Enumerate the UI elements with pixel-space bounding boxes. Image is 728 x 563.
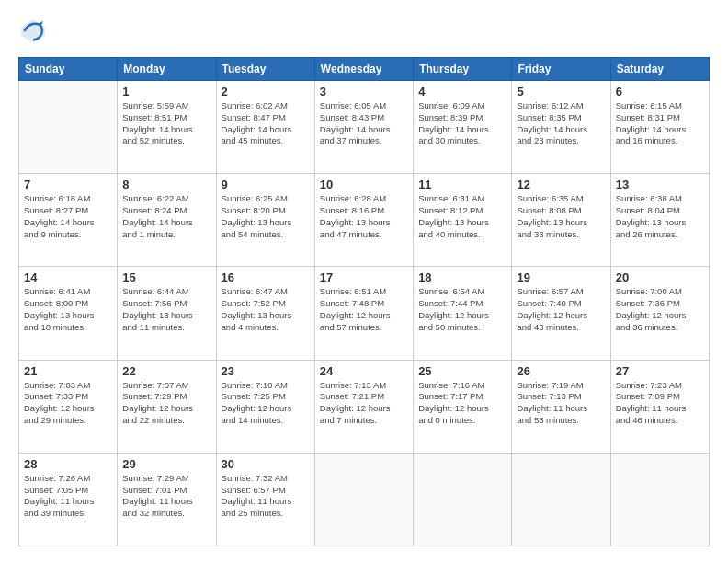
- page: SundayMondayTuesdayWednesdayThursdayFrid…: [0, 0, 728, 563]
- day-info: Sunrise: 6:12 AM Sunset: 8:35 PM Dayligh…: [517, 100, 605, 147]
- weekday-header-monday: Monday: [118, 58, 216, 81]
- week-row-4: 21Sunrise: 7:03 AM Sunset: 7:33 PM Dayli…: [19, 360, 710, 453]
- day-number: 25: [418, 364, 506, 378]
- weekday-header-sunday: Sunday: [19, 58, 118, 81]
- day-number: 23: [222, 364, 310, 378]
- calendar-cell: 22Sunrise: 7:07 AM Sunset: 7:29 PM Dayli…: [118, 360, 216, 453]
- day-info: Sunrise: 6:41 AM Sunset: 8:00 PM Dayligh…: [24, 286, 112, 333]
- calendar-table: SundayMondayTuesdayWednesdayThursdayFrid…: [18, 57, 710, 546]
- day-info: Sunrise: 7:19 AM Sunset: 7:13 PM Dayligh…: [517, 380, 605, 427]
- week-row-2: 7Sunrise: 6:18 AM Sunset: 8:27 PM Daylig…: [19, 174, 710, 267]
- weekday-header-wednesday: Wednesday: [314, 58, 413, 81]
- calendar-cell: 19Sunrise: 6:57 AM Sunset: 7:40 PM Dayli…: [512, 267, 610, 360]
- day-info: Sunrise: 7:32 AM Sunset: 6:57 PM Dayligh…: [222, 473, 310, 520]
- day-info: Sunrise: 6:22 AM Sunset: 8:24 PM Dayligh…: [122, 193, 210, 240]
- day-number: 20: [616, 270, 704, 284]
- weekday-header-row: SundayMondayTuesdayWednesdayThursdayFrid…: [19, 58, 710, 81]
- day-info: Sunrise: 7:03 AM Sunset: 7:33 PM Dayligh…: [24, 380, 112, 427]
- day-info: Sunrise: 6:38 AM Sunset: 8:04 PM Dayligh…: [616, 193, 704, 240]
- day-number: 18: [418, 270, 506, 284]
- calendar-cell: 14Sunrise: 6:41 AM Sunset: 8:00 PM Dayli…: [19, 267, 118, 360]
- calendar-cell: [610, 453, 709, 546]
- day-info: Sunrise: 6:31 AM Sunset: 8:12 PM Dayligh…: [418, 193, 506, 240]
- day-info: Sunrise: 6:51 AM Sunset: 7:48 PM Dayligh…: [320, 286, 408, 333]
- calendar-cell: 11Sunrise: 6:31 AM Sunset: 8:12 PM Dayli…: [414, 174, 512, 267]
- calendar-cell: 9Sunrise: 6:25 AM Sunset: 8:20 PM Daylig…: [216, 174, 314, 267]
- day-number: 21: [24, 364, 112, 378]
- day-number: 30: [222, 457, 310, 471]
- day-number: 22: [122, 364, 210, 378]
- calendar-cell: 27Sunrise: 7:23 AM Sunset: 7:09 PM Dayli…: [610, 360, 709, 453]
- day-number: 2: [222, 85, 310, 98]
- day-info: Sunrise: 6:05 AM Sunset: 8:43 PM Dayligh…: [320, 100, 408, 147]
- week-row-5: 28Sunrise: 7:26 AM Sunset: 7:05 PM Dayli…: [19, 453, 710, 546]
- calendar-cell: 28Sunrise: 7:26 AM Sunset: 7:05 PM Dayli…: [19, 453, 118, 546]
- calendar-cell: 10Sunrise: 6:28 AM Sunset: 8:16 PM Dayli…: [314, 174, 413, 267]
- calendar-cell: 4Sunrise: 6:09 AM Sunset: 8:39 PM Daylig…: [414, 81, 512, 174]
- day-number: 12: [517, 178, 605, 191]
- day-info: Sunrise: 6:15 AM Sunset: 8:31 PM Dayligh…: [616, 100, 704, 147]
- weekday-header-saturday: Saturday: [610, 58, 709, 81]
- calendar-cell: 21Sunrise: 7:03 AM Sunset: 7:33 PM Dayli…: [19, 360, 118, 453]
- calendar-cell: 8Sunrise: 6:22 AM Sunset: 8:24 PM Daylig…: [118, 174, 216, 267]
- day-number: 17: [320, 270, 408, 284]
- calendar-cell: 29Sunrise: 7:29 AM Sunset: 7:01 PM Dayli…: [118, 453, 216, 546]
- day-number: 13: [616, 178, 704, 191]
- day-number: 24: [320, 364, 408, 378]
- day-number: 4: [418, 85, 506, 98]
- day-number: 3: [320, 85, 408, 98]
- day-number: 6: [616, 85, 704, 98]
- day-number: 10: [320, 178, 408, 191]
- logo-icon: [18, 17, 48, 46]
- day-info: Sunrise: 6:44 AM Sunset: 7:56 PM Dayligh…: [122, 286, 210, 333]
- calendar-cell: 23Sunrise: 7:10 AM Sunset: 7:25 PM Dayli…: [216, 360, 314, 453]
- week-row-1: 1Sunrise: 5:59 AM Sunset: 8:51 PM Daylig…: [19, 81, 710, 174]
- calendar-cell: 7Sunrise: 6:18 AM Sunset: 8:27 PM Daylig…: [19, 174, 118, 267]
- day-info: Sunrise: 7:26 AM Sunset: 7:05 PM Dayligh…: [24, 473, 112, 520]
- day-info: Sunrise: 7:23 AM Sunset: 7:09 PM Dayligh…: [616, 380, 704, 427]
- day-info: Sunrise: 7:00 AM Sunset: 7:36 PM Dayligh…: [616, 286, 704, 333]
- calendar-cell: 5Sunrise: 6:12 AM Sunset: 8:35 PM Daylig…: [512, 81, 610, 174]
- day-info: Sunrise: 7:29 AM Sunset: 7:01 PM Dayligh…: [122, 473, 210, 520]
- day-info: Sunrise: 6:57 AM Sunset: 7:40 PM Dayligh…: [517, 286, 605, 333]
- weekday-header-thursday: Thursday: [414, 58, 512, 81]
- day-info: Sunrise: 6:25 AM Sunset: 8:20 PM Dayligh…: [222, 193, 310, 240]
- calendar-cell: 13Sunrise: 6:38 AM Sunset: 8:04 PM Dayli…: [610, 174, 709, 267]
- calendar-cell: 6Sunrise: 6:15 AM Sunset: 8:31 PM Daylig…: [610, 81, 709, 174]
- day-info: Sunrise: 7:16 AM Sunset: 7:17 PM Dayligh…: [418, 380, 506, 427]
- day-info: Sunrise: 5:59 AM Sunset: 8:51 PM Dayligh…: [122, 100, 210, 147]
- day-info: Sunrise: 6:28 AM Sunset: 8:16 PM Dayligh…: [320, 193, 408, 240]
- day-info: Sunrise: 6:09 AM Sunset: 8:39 PM Dayligh…: [418, 100, 506, 147]
- day-number: 8: [122, 178, 210, 191]
- calendar-cell: 16Sunrise: 6:47 AM Sunset: 7:52 PM Dayli…: [216, 267, 314, 360]
- calendar-cell: 18Sunrise: 6:54 AM Sunset: 7:44 PM Dayli…: [414, 267, 512, 360]
- day-number: 9: [222, 178, 310, 191]
- day-info: Sunrise: 7:13 AM Sunset: 7:21 PM Dayligh…: [320, 380, 408, 427]
- day-number: 1: [122, 85, 210, 98]
- calendar-cell: [414, 453, 512, 546]
- calendar-cell: 30Sunrise: 7:32 AM Sunset: 6:57 PM Dayli…: [216, 453, 314, 546]
- day-number: 15: [122, 270, 210, 284]
- calendar-cell: [512, 453, 610, 546]
- calendar-cell: [314, 453, 413, 546]
- calendar-cell: 2Sunrise: 6:02 AM Sunset: 8:47 PM Daylig…: [216, 81, 314, 174]
- day-number: 27: [616, 364, 704, 378]
- day-number: 29: [122, 457, 210, 471]
- day-number: 26: [517, 364, 605, 378]
- day-info: Sunrise: 6:18 AM Sunset: 8:27 PM Dayligh…: [24, 193, 112, 240]
- calendar-cell: 15Sunrise: 6:44 AM Sunset: 7:56 PM Dayli…: [118, 267, 216, 360]
- calendar-cell: 24Sunrise: 7:13 AM Sunset: 7:21 PM Dayli…: [314, 360, 413, 453]
- day-info: Sunrise: 6:54 AM Sunset: 7:44 PM Dayligh…: [418, 286, 506, 333]
- calendar-cell: 17Sunrise: 6:51 AM Sunset: 7:48 PM Dayli…: [314, 267, 413, 360]
- day-number: 16: [222, 270, 310, 284]
- day-number: 28: [24, 457, 112, 471]
- calendar-cell: 1Sunrise: 5:59 AM Sunset: 8:51 PM Daylig…: [118, 81, 216, 174]
- calendar-cell: 25Sunrise: 7:16 AM Sunset: 7:17 PM Dayli…: [414, 360, 512, 453]
- weekday-header-tuesday: Tuesday: [216, 58, 314, 81]
- calendar-cell: 12Sunrise: 6:35 AM Sunset: 8:08 PM Dayli…: [512, 174, 610, 267]
- calendar-cell: 26Sunrise: 7:19 AM Sunset: 7:13 PM Dayli…: [512, 360, 610, 453]
- day-number: 14: [24, 270, 112, 284]
- calendar-cell: 20Sunrise: 7:00 AM Sunset: 7:36 PM Dayli…: [610, 267, 709, 360]
- day-number: 5: [517, 85, 605, 98]
- day-info: Sunrise: 7:07 AM Sunset: 7:29 PM Dayligh…: [122, 380, 210, 427]
